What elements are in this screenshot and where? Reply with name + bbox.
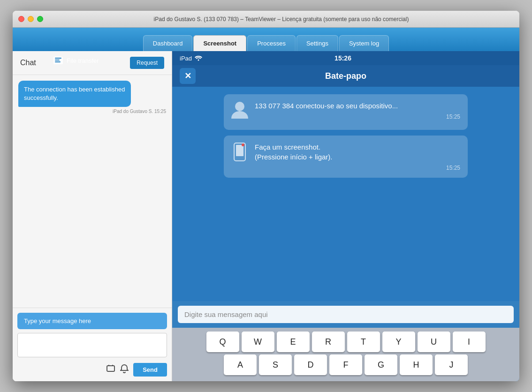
key-t[interactable]: T <box>347 332 380 352</box>
ipad-status-left: iPad <box>180 55 202 62</box>
phone-icon <box>231 142 248 166</box>
chat-placeholder: Type your message here <box>17 313 167 329</box>
svg-rect-2 <box>55 61 61 62</box>
key-g[interactable]: G <box>365 354 397 375</box>
svg-rect-1 <box>55 60 60 60</box>
minimize-button[interactable] <box>28 16 34 22</box>
chat-panel: Chat Request The connection has been est… <box>13 51 172 381</box>
user-icon <box>231 101 248 123</box>
fullscreen-button[interactable] <box>37 16 43 22</box>
key-w[interactable]: W <box>242 332 274 352</box>
key-y[interactable]: Y <box>382 332 415 352</box>
ipad-message-2-content: Faça um screenshot. (Pressione início + … <box>255 142 460 171</box>
svg-rect-7 <box>236 145 243 156</box>
ipad-chat-area: 133 077 384 conectou-se ao seu dispositi… <box>172 87 519 301</box>
send-button[interactable]: Send <box>133 363 167 377</box>
chat-input-area: Type your message here <box>13 308 172 381</box>
chat-input[interactable] <box>17 333 167 357</box>
svg-point-8 <box>242 143 244 146</box>
key-q[interactable]: Q <box>206 332 239 352</box>
brand-label: File transfer <box>67 57 99 64</box>
ipad-keyboard: Q W E R T Y U I A S D F G H J <box>172 328 519 381</box>
ipad-message-2-time: 15:25 <box>255 165 460 171</box>
tabs-area: Dashboard Screenshot Processes Settings … <box>18 35 514 51</box>
ipad-chat-title: Bate-papo <box>196 71 496 81</box>
chat-actions: Send <box>17 363 167 377</box>
key-j[interactable]: J <box>435 354 468 375</box>
key-a[interactable]: A <box>224 354 257 375</box>
tab-settings[interactable]: Settings <box>296 35 338 51</box>
request-button[interactable]: Request <box>130 57 164 69</box>
svg-point-4 <box>198 60 199 61</box>
ipad-message-1: 133 077 384 conectou-se ao seu dispositi… <box>224 94 468 130</box>
toolbar: File transfer Dashboard Screenshot Proce… <box>13 28 519 51</box>
chat-bubble-1: The connection has been established succ… <box>18 81 131 107</box>
tab-systemlog[interactable]: System log <box>339 35 389 51</box>
window-title: iPad do Gustavo S. (133 070 783) – TeamV… <box>49 16 514 23</box>
notification-button[interactable] <box>120 364 129 376</box>
wifi-icon <box>195 55 202 61</box>
key-d[interactable]: D <box>294 354 327 375</box>
svg-rect-3 <box>107 366 114 371</box>
chat-title: Chat <box>20 59 36 67</box>
ipad-input-row: Digite sua mensagem aqui <box>172 301 519 328</box>
ipad-close-button[interactable]: ✕ <box>180 68 196 84</box>
main-content: Chat Request The connection has been est… <box>13 51 519 381</box>
tab-processes[interactable]: Processes <box>247 35 296 51</box>
ipad-status-time: 15:26 <box>202 54 484 62</box>
keyboard-row-1: Q W E R T Y U I <box>175 332 517 352</box>
key-u[interactable]: U <box>418 332 450 352</box>
svg-point-5 <box>235 102 244 111</box>
brand-area: File transfer <box>53 57 99 64</box>
main-window: iPad do Gustavo S. (133 070 783) – TeamV… <box>13 11 519 381</box>
key-r[interactable]: R <box>312 332 345 352</box>
tab-screenshot[interactable]: Screenshot <box>193 35 246 51</box>
ipad-message-1-content: 133 077 384 conectou-se ao seu dispositi… <box>255 101 460 120</box>
ipad-message-1-text: 133 077 384 conectou-se ao seu dispositi… <box>255 101 460 111</box>
close-button[interactable] <box>18 16 24 22</box>
key-e[interactable]: E <box>277 332 310 352</box>
traffic-lights <box>18 16 43 22</box>
chat-messages: The connection has been established succ… <box>13 75 172 308</box>
keyboard-row-2: A S D F G H J <box>175 354 517 375</box>
ipad-message-2-line1: Faça um screenshot. (Pressione início + … <box>255 142 460 162</box>
ipad-chat-header: ✕ Bate-papo <box>172 65 519 87</box>
key-i[interactable]: I <box>453 332 486 352</box>
file-transfer-icon <box>53 57 63 64</box>
ipad-message-2: Faça um screenshot. (Pressione início + … <box>224 136 468 178</box>
key-s[interactable]: S <box>259 354 292 375</box>
key-h[interactable]: H <box>400 354 433 375</box>
ipad-panel: iPad 15:26 ✕ Bate-papo <box>172 51 519 381</box>
ipad-message-1-time: 15:25 <box>255 113 460 120</box>
attachment-button[interactable] <box>106 364 115 375</box>
ipad-statusbar: iPad 15:26 <box>172 51 519 65</box>
key-f[interactable]: F <box>329 354 362 375</box>
titlebar: iPad do Gustavo S. (133 070 783) – TeamV… <box>13 11 519 28</box>
tab-dashboard[interactable]: Dashboard <box>143 35 193 51</box>
ipad-message-input[interactable]: Digite sua mensagem aqui <box>178 306 514 323</box>
chat-bubble-1-time: iPad do Gustavo S. 15:25 <box>18 109 166 114</box>
svg-rect-0 <box>55 58 61 59</box>
